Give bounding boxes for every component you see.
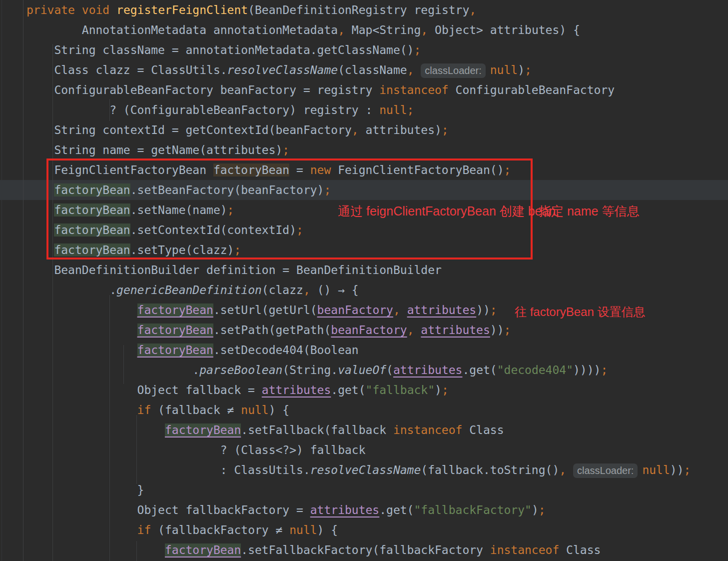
code-token: ConfigurableBeanFactory beanFactory = re… [54, 84, 379, 96]
code-token: (fallback.toString() [421, 464, 559, 476]
code-token: .setUrl(getUrl( [213, 304, 317, 316]
annotation-text-specify-name: 指定 name 等信息 [539, 204, 639, 218]
code-token: ; [442, 384, 449, 396]
code-line[interactable]: BeanDefinitionBuilder definition = BeanD… [26, 260, 442, 280]
code-line[interactable]: if (fallbackFactory ≠ null) { [26, 520, 338, 540]
code-token: (fallback ≠ [151, 404, 241, 416]
code-token: resolveClassName [227, 64, 338, 76]
code-token: instanceof [393, 424, 462, 436]
code-token: String name = getName(attributes) [54, 144, 282, 156]
code-line[interactable]: ConfigurableBeanFactory beanFactory = re… [26, 80, 615, 100]
code-line[interactable]: String name = getName(attributes); [26, 140, 289, 160]
code-token: ) [435, 384, 442, 396]
code-token: Class [559, 544, 601, 556]
indent [26, 84, 54, 96]
code-token: if [137, 404, 151, 416]
code-token: ; [282, 144, 289, 156]
code-token: (fallbackFactory ≠ [151, 524, 289, 536]
code-line[interactable]: String className = annotationMetadata.ge… [26, 40, 421, 60]
code-token: , [407, 64, 414, 76]
code-line[interactable]: : ClassUtils.resolveClassName(fallback.t… [26, 460, 691, 480]
code-token: genericBeanDefinition [116, 284, 262, 296]
indent [26, 304, 137, 316]
code-token: valueOf [338, 364, 386, 376]
code-token: )) [490, 324, 504, 336]
code-token: ) { [269, 404, 290, 416]
code-token: ; [490, 304, 497, 316]
code-token [414, 324, 421, 336]
code-token: "fallbackFactory" [414, 504, 531, 516]
code-token: instanceof [490, 544, 559, 556]
code-token: "fallback" [366, 384, 435, 396]
code-line[interactable]: if (fallback ≠ null) { [26, 400, 289, 420]
code-token: ; [601, 364, 608, 376]
code-line[interactable]: ? (ConfigurableBeanFactory) registry : n… [26, 100, 414, 120]
code-token: Object fallbackFactory = [137, 504, 310, 516]
code-token: () → { [310, 284, 359, 296]
code-token: Class clazz = ClassUtils. [54, 64, 227, 76]
code-token: ; [539, 504, 546, 516]
parameter-hint-chip: classLoader: [421, 64, 485, 78]
code-token [414, 64, 421, 76]
code-token: attributes) [359, 124, 442, 136]
code-token: BeanDefinitionBuilder definition = BeanD… [54, 264, 441, 276]
code-line[interactable]: ? (Class<?>) fallback [26, 440, 366, 460]
code-token: attributes [393, 364, 462, 376]
code-token: String contextId = getContextId(beanFact… [54, 124, 351, 136]
code-token: ) { [317, 524, 338, 536]
code-token: .setFallback(fallback [241, 424, 393, 436]
code-token: factoryBean [137, 324, 213, 336]
indent [26, 24, 82, 36]
code-token: null [490, 64, 518, 76]
indent [26, 344, 137, 356]
code-line[interactable]: factoryBean.setFallbackFactory(fallbackF… [26, 540, 601, 560]
code-line[interactable]: Object fallbackFactory = attributes.get(… [26, 500, 546, 520]
code-line[interactable]: Object fallback = attributes.get("fallba… [26, 380, 449, 400]
code-line[interactable]: factoryBean.setPath(getPath(beanFactory,… [26, 320, 511, 340]
code-token: , [303, 284, 310, 296]
code-token: ; [525, 64, 532, 76]
code-token: ConfigurableBeanFactory [449, 84, 615, 96]
code-token: ; [442, 124, 449, 136]
code-line[interactable]: .parseBoolean(String.valueOf(attributes.… [26, 360, 608, 380]
code-line[interactable]: factoryBean.setFallback(fallback instanc… [26, 420, 504, 440]
indent [26, 464, 220, 476]
annotation-text-create-bean: 通过 feignClientFactoryBean 创建 bean, [338, 204, 559, 218]
code-line[interactable]: AnnotationMetadata annotationMetadata, M… [26, 20, 580, 40]
code-line[interactable]: String contextId = getContextId(beanFact… [26, 120, 449, 140]
code-token: . [192, 364, 199, 376]
code-token: String className = annotationMetadata.ge… [54, 44, 414, 56]
code-line[interactable]: Class clazz = ClassUtils.resolveClassNam… [26, 60, 532, 80]
code-token: .get( [379, 504, 414, 516]
code-token: (className [338, 64, 407, 76]
code-token: factoryBean [137, 344, 213, 356]
indent [26, 524, 137, 536]
code-token: attributes [310, 504, 379, 516]
code-token: , [469, 4, 476, 16]
code-line[interactable]: } [26, 480, 144, 500]
code-line[interactable]: factoryBean.setUrl(getUrl(beanFactory, a… [26, 300, 497, 320]
code-token: Map<String [345, 24, 421, 36]
code-token: .setFallbackFactory(fallbackFactory [241, 544, 490, 556]
code-token [400, 304, 407, 316]
code-token: null [289, 524, 317, 536]
code-token: registerFeignClient [116, 4, 248, 16]
code-token: , [421, 24, 428, 36]
code-token: ? (Class<?>) fallback [220, 444, 366, 456]
code-line[interactable]: private void registerFeignClient(BeanDef… [26, 0, 476, 20]
indent [26, 544, 165, 556]
code-token [75, 4, 82, 16]
code-line[interactable]: .genericBeanDefinition(clazz, () → { [26, 280, 359, 300]
code-token: , [559, 464, 566, 476]
code-token: .get( [331, 384, 365, 396]
indent [26, 504, 137, 516]
code-token: resolveClassName [310, 464, 421, 476]
code-token: ; [407, 104, 414, 116]
code-area[interactable]: private void registerFeignClient(BeanDef… [0, 0, 728, 561]
indent [26, 484, 137, 496]
code-token: factoryBean [165, 424, 241, 436]
indent [26, 44, 54, 56]
indent [26, 424, 165, 436]
code-token: ; [684, 464, 691, 476]
code-line[interactable]: factoryBean.setDecode404(Boolean [26, 340, 359, 360]
